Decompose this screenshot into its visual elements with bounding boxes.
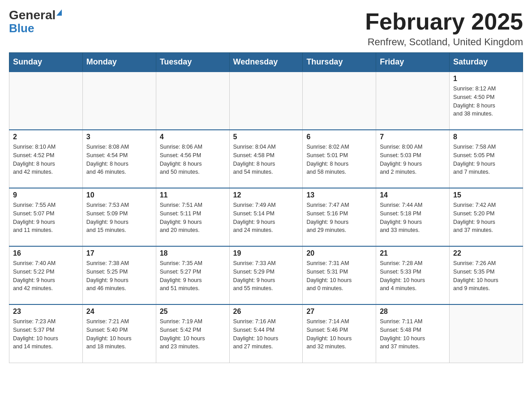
calendar-cell: 18Sunrise: 7:35 AM Sunset: 5:27 PM Dayli…: [156, 246, 229, 304]
week-row-3: 9Sunrise: 7:55 AM Sunset: 5:07 PM Daylig…: [9, 188, 523, 246]
week-row-1: 1Sunrise: 8:12 AM Sunset: 4:50 PM Daylig…: [9, 72, 523, 130]
day-header-thursday: Thursday: [303, 53, 376, 72]
logo-triangle-icon: [56, 9, 62, 16]
calendar-cell: 25Sunrise: 7:19 AM Sunset: 5:42 PM Dayli…: [156, 304, 229, 363]
day-number: 22: [453, 249, 519, 257]
calendar-cell: 4Sunrise: 8:06 AM Sunset: 4:56 PM Daylig…: [156, 130, 229, 188]
day-info: Sunrise: 7:26 AM Sunset: 5:35 PM Dayligh…: [453, 259, 519, 293]
calendar-cell: 19Sunrise: 7:33 AM Sunset: 5:29 PM Dayli…: [229, 246, 303, 304]
calendar-cell: 13Sunrise: 7:47 AM Sunset: 5:16 PM Dayli…: [303, 188, 376, 246]
logo-blue-text: Blue: [9, 22, 34, 34]
day-info: Sunrise: 7:53 AM Sunset: 5:09 PM Dayligh…: [86, 201, 152, 235]
day-number: 12: [233, 191, 299, 199]
calendar-cell: [9, 72, 83, 130]
day-info: Sunrise: 7:16 AM Sunset: 5:44 PM Dayligh…: [233, 317, 299, 351]
day-number: 2: [13, 133, 79, 141]
calendar-cell: 2Sunrise: 8:10 AM Sunset: 4:52 PM Daylig…: [9, 130, 83, 188]
day-info: Sunrise: 7:14 AM Sunset: 5:46 PM Dayligh…: [306, 317, 372, 351]
day-number: 8: [453, 133, 519, 141]
week-row-5: 23Sunrise: 7:23 AM Sunset: 5:37 PM Dayli…: [9, 304, 523, 363]
day-header-sunday: Sunday: [9, 53, 83, 72]
day-number: 28: [380, 308, 446, 316]
day-info: Sunrise: 7:38 AM Sunset: 5:25 PM Dayligh…: [86, 259, 152, 293]
day-number: 11: [160, 191, 226, 199]
day-number: 25: [160, 308, 226, 316]
calendar-cell: 14Sunrise: 7:44 AM Sunset: 5:18 PM Dayli…: [376, 188, 450, 246]
day-number: 9: [13, 191, 79, 199]
day-info: Sunrise: 7:21 AM Sunset: 5:40 PM Dayligh…: [86, 317, 152, 351]
day-header-wednesday: Wednesday: [229, 53, 303, 72]
calendar-cell: [376, 72, 450, 130]
calendar-cell: 15Sunrise: 7:42 AM Sunset: 5:20 PM Dayli…: [450, 188, 523, 246]
logo-general-text: General: [9, 9, 56, 21]
day-header-monday: Monday: [82, 53, 156, 72]
calendar-cell: 5Sunrise: 8:04 AM Sunset: 4:58 PM Daylig…: [229, 130, 303, 188]
week-row-2: 2Sunrise: 8:10 AM Sunset: 4:52 PM Daylig…: [9, 130, 523, 188]
day-number: 18: [160, 249, 226, 257]
calendar-cell: 21Sunrise: 7:28 AM Sunset: 5:33 PM Dayli…: [376, 246, 450, 304]
day-header-friday: Friday: [376, 53, 450, 72]
calendar-cell: 8Sunrise: 7:58 AM Sunset: 5:05 PM Daylig…: [450, 130, 523, 188]
day-number: 21: [380, 249, 446, 257]
day-number: 17: [86, 249, 152, 257]
calendar-cell: [82, 72, 156, 130]
day-info: Sunrise: 8:08 AM Sunset: 4:54 PM Dayligh…: [86, 143, 152, 176]
calendar-cell: 3Sunrise: 8:08 AM Sunset: 4:54 PM Daylig…: [82, 130, 156, 188]
day-info: Sunrise: 8:10 AM Sunset: 4:52 PM Dayligh…: [13, 143, 79, 176]
calendar-cell: 1Sunrise: 8:12 AM Sunset: 4:50 PM Daylig…: [450, 72, 523, 130]
day-number: 7: [380, 133, 446, 141]
location-text: Renfrew, Scotland, United Kingdom: [365, 36, 523, 48]
day-info: Sunrise: 7:19 AM Sunset: 5:42 PM Dayligh…: [160, 317, 226, 351]
calendar-cell: 16Sunrise: 7:40 AM Sunset: 5:22 PM Dayli…: [9, 246, 83, 304]
day-info: Sunrise: 8:06 AM Sunset: 4:56 PM Dayligh…: [160, 143, 226, 176]
day-info: Sunrise: 8:12 AM Sunset: 4:50 PM Dayligh…: [453, 85, 519, 118]
day-number: 1: [453, 75, 519, 83]
calendar-table: SundayMondayTuesdayWednesdayThursdayFrid…: [9, 52, 523, 363]
day-number: 14: [380, 191, 446, 199]
day-info: Sunrise: 7:47 AM Sunset: 5:16 PM Dayligh…: [306, 201, 372, 235]
calendar-cell: 23Sunrise: 7:23 AM Sunset: 5:37 PM Dayli…: [9, 304, 83, 363]
day-number: 13: [306, 191, 372, 199]
day-info: Sunrise: 7:49 AM Sunset: 5:14 PM Dayligh…: [233, 201, 299, 235]
calendar-cell: 11Sunrise: 7:51 AM Sunset: 5:11 PM Dayli…: [156, 188, 229, 246]
day-info: Sunrise: 8:00 AM Sunset: 5:03 PM Dayligh…: [380, 143, 446, 176]
calendar-cell: [156, 72, 229, 130]
day-number: 26: [233, 308, 299, 316]
day-number: 27: [306, 308, 372, 316]
day-info: Sunrise: 7:51 AM Sunset: 5:11 PM Dayligh…: [160, 201, 226, 235]
calendar-cell: 17Sunrise: 7:38 AM Sunset: 5:25 PM Dayli…: [82, 246, 156, 304]
day-info: Sunrise: 7:33 AM Sunset: 5:29 PM Dayligh…: [233, 259, 299, 293]
calendar-cell: 27Sunrise: 7:14 AM Sunset: 5:46 PM Dayli…: [303, 304, 376, 363]
calendar-cell: 28Sunrise: 7:11 AM Sunset: 5:48 PM Dayli…: [376, 304, 450, 363]
day-number: 23: [13, 308, 79, 316]
calendar-cell: 24Sunrise: 7:21 AM Sunset: 5:40 PM Dayli…: [82, 304, 156, 363]
calendar-cell: [229, 72, 303, 130]
title-section: February 2025 Renfrew, Scotland, United …: [365, 9, 523, 48]
day-info: Sunrise: 7:44 AM Sunset: 5:18 PM Dayligh…: [380, 201, 446, 235]
calendar-cell: 10Sunrise: 7:53 AM Sunset: 5:09 PM Dayli…: [82, 188, 156, 246]
day-header-tuesday: Tuesday: [156, 53, 229, 72]
day-number: 5: [233, 133, 299, 141]
calendar-cell: 9Sunrise: 7:55 AM Sunset: 5:07 PM Daylig…: [9, 188, 83, 246]
calendar-header-row: SundayMondayTuesdayWednesdayThursdayFrid…: [9, 53, 523, 72]
day-info: Sunrise: 7:31 AM Sunset: 5:31 PM Dayligh…: [306, 259, 372, 293]
day-info: Sunrise: 7:28 AM Sunset: 5:33 PM Dayligh…: [380, 259, 446, 293]
day-number: 4: [160, 133, 226, 141]
day-info: Sunrise: 8:02 AM Sunset: 5:01 PM Dayligh…: [306, 143, 372, 176]
calendar-cell: 7Sunrise: 8:00 AM Sunset: 5:03 PM Daylig…: [376, 130, 450, 188]
day-info: Sunrise: 7:40 AM Sunset: 5:22 PM Dayligh…: [13, 259, 79, 293]
page-header: General Blue February 2025 Renfrew, Scot…: [9, 9, 523, 48]
day-info: Sunrise: 7:35 AM Sunset: 5:27 PM Dayligh…: [160, 259, 226, 293]
day-info: Sunrise: 7:23 AM Sunset: 5:37 PM Dayligh…: [13, 317, 79, 351]
day-number: 10: [86, 191, 152, 199]
calendar-cell: 20Sunrise: 7:31 AM Sunset: 5:31 PM Dayli…: [303, 246, 376, 304]
day-number: 15: [453, 191, 519, 199]
day-info: Sunrise: 7:58 AM Sunset: 5:05 PM Dayligh…: [453, 143, 519, 176]
month-title: February 2025: [365, 9, 523, 34]
day-info: Sunrise: 7:55 AM Sunset: 5:07 PM Dayligh…: [13, 201, 79, 235]
day-info: Sunrise: 8:04 AM Sunset: 4:58 PM Dayligh…: [233, 143, 299, 176]
day-number: 3: [86, 133, 152, 141]
calendar-cell: 12Sunrise: 7:49 AM Sunset: 5:14 PM Dayli…: [229, 188, 303, 246]
day-info: Sunrise: 7:11 AM Sunset: 5:48 PM Dayligh…: [380, 317, 446, 351]
day-header-saturday: Saturday: [450, 53, 523, 72]
